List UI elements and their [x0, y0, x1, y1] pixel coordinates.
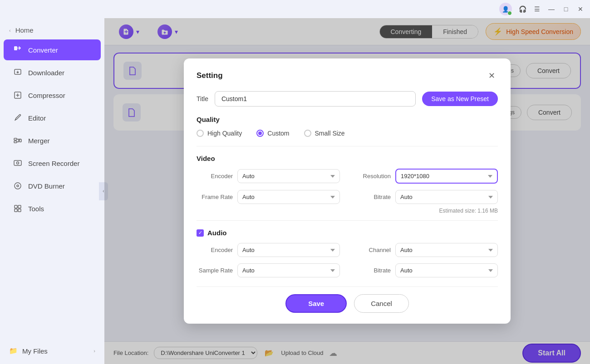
modal-footer: Save Cancel: [197, 286, 498, 313]
bitrate-row: Bitrate Auto128k256k512k1M2M: [354, 190, 498, 204]
editor-icon: [13, 113, 23, 123]
svg-rect-13: [18, 209, 21, 212]
audio-bitrate-label: Bitrate: [354, 267, 391, 274]
audio-encoder-select[interactable]: AutoH.264H.265MPEG-4VP9: [237, 243, 340, 257]
sidebar-item-merger[interactable]: Merger: [4, 130, 101, 151]
title-field-label: Title: [197, 95, 208, 102]
audio-bitrate-row: Bitrate Auto128k256k512k1M2M: [354, 263, 498, 277]
sidebar-item-label-compressor: Compressor: [28, 92, 65, 99]
radio-high-quality-circle: [197, 130, 204, 137]
sidebar-item-label-downloader: Downloader: [28, 69, 64, 77]
sidebar-item-label-merger: Merger: [28, 137, 50, 145]
frame-rate-select[interactable]: Auto23.976242529.973060: [237, 190, 340, 204]
quality-small-label: Small Size: [315, 130, 345, 137]
encoder-row: Encoder AutoH.264H.265MPEG-4VP9: [197, 169, 340, 184]
myfiles-folder-icon: 📁: [9, 347, 18, 355]
sample-rate-select[interactable]: Auto441004800096000: [237, 263, 340, 277]
tools-icon: [13, 204, 23, 214]
svg-point-8: [15, 183, 21, 189]
dvd-burner-icon: [13, 181, 23, 191]
resolution-label: Resolution: [354, 173, 391, 180]
audio-encoder-label: Encoder: [197, 247, 233, 253]
titlebar-icons: 👤 🎧 ☰ — □ ✕: [499, 3, 585, 15]
title-row: Title Save as New Preset: [197, 91, 498, 107]
sidebar-item-compressor[interactable]: Compressor: [4, 85, 101, 106]
svg-rect-12: [15, 209, 17, 212]
audio-bitrate-select[interactable]: Auto128k256k512k1M2M: [395, 263, 498, 277]
user-avatar-icon[interactable]: 👤: [499, 3, 512, 15]
modal-cancel-button[interactable]: Cancel: [354, 294, 409, 313]
video-section-title: Video: [197, 155, 498, 162]
radio-custom-circle: [256, 130, 264, 137]
app-body: ‹ Home Converter Downloader: [0, 18, 590, 364]
frame-rate-label: Frame Rate: [197, 194, 233, 200]
encoder-label: Encoder: [197, 173, 233, 180]
save-preset-button[interactable]: Save as New Preset: [422, 92, 498, 106]
audio-encoder-row: Encoder AutoH.264H.265MPEG-4VP9: [197, 243, 340, 257]
quality-small-size[interactable]: Small Size: [304, 130, 345, 137]
chevron-right-icon: ›: [93, 348, 95, 354]
titlebar: 👤 🎧 ☰ — □ ✕: [0, 0, 590, 18]
menu-icon[interactable]: ☰: [533, 5, 541, 13]
converter-icon: [13, 45, 23, 55]
audio-divider: [197, 220, 498, 221]
channel-row: Channel AutoStereoMono: [354, 243, 498, 257]
close-icon[interactable]: ✕: [576, 5, 585, 13]
chevron-left-icon: ‹: [9, 28, 11, 33]
video-settings-grid: Encoder AutoH.264H.265MPEG-4VP9 Resoluti…: [197, 169, 498, 204]
maximize-icon[interactable]: □: [562, 5, 570, 13]
sidebar-item-downloader[interactable]: Downloader: [4, 62, 101, 83]
sidebar-home[interactable]: ‹ Home: [0, 22, 104, 39]
resolution-select[interactable]: Auto1920*10801280*720854*480640*360: [395, 169, 498, 184]
main-content: ▾ ▾ Converting Finished ⚡ High Speed Con…: [104, 18, 590, 364]
sample-rate-label: Sample Rate: [197, 267, 233, 274]
sidebar: ‹ Home Converter Downloader: [0, 18, 104, 364]
svg-rect-3: [14, 138, 17, 140]
svg-rect-4: [14, 141, 17, 143]
sample-rate-row: Sample Rate Auto441004800096000: [197, 263, 340, 277]
audio-section-header: ✓ Audio: [197, 229, 498, 237]
frame-rate-row: Frame Rate Auto23.976242529.973060: [197, 190, 340, 204]
svg-rect-6: [14, 160, 21, 165]
channel-select[interactable]: AutoStereoMono: [395, 243, 498, 257]
svg-rect-10: [15, 205, 17, 208]
encoder-select[interactable]: AutoH.264H.265MPEG-4VP9: [237, 169, 340, 183]
minimize-icon[interactable]: —: [547, 5, 556, 13]
audio-checkbox[interactable]: ✓: [197, 229, 204, 237]
merger-icon: [13, 136, 23, 146]
bitrate-label: Bitrate: [354, 194, 391, 200]
title-input[interactable]: [215, 91, 416, 107]
sidebar-item-tools[interactable]: Tools: [4, 198, 101, 219]
quality-section-title: Quality: [197, 116, 498, 123]
sidebar-myfiles-label: My Files: [22, 347, 48, 355]
quality-custom[interactable]: Custom: [256, 130, 289, 137]
audio-section-title: Audio: [207, 229, 227, 237]
sidebar-item-converter[interactable]: Converter: [4, 39, 101, 60]
sidebar-item-label-dvd-burner: DVD Burner: [28, 182, 65, 190]
estimated-size: Estimated size: 1.16 MB: [197, 208, 498, 214]
sidebar-item-dvd-burner[interactable]: DVD Burner: [4, 175, 101, 196]
svg-point-9: [17, 185, 19, 187]
sidebar-item-editor[interactable]: Editor: [4, 107, 101, 128]
quality-high-quality[interactable]: High Quality: [197, 130, 242, 137]
modal-close-button[interactable]: ✕: [485, 69, 498, 82]
channel-label: Channel: [354, 247, 391, 253]
svg-rect-0: [14, 46, 17, 50]
modal-title: Setting: [197, 71, 223, 80]
resolution-row: Resolution Auto1920*10801280*720854*4806…: [354, 169, 498, 184]
divider: [197, 146, 498, 146]
modal-save-button[interactable]: Save: [285, 294, 347, 313]
modal-overlay: Setting ✕ Title Save as New Preset Quali…: [104, 18, 590, 364]
sidebar-item-label-tools: Tools: [28, 205, 44, 213]
sidebar-myfiles[interactable]: 📁 My Files ›: [0, 341, 104, 360]
svg-point-7: [17, 162, 19, 164]
downloader-icon: [13, 68, 23, 78]
sidebar-item-label-screen-recorder: Screen Recorder: [28, 160, 79, 167]
settings-modal: Setting ✕ Title Save as New Preset Quali…: [184, 58, 511, 324]
bitrate-select[interactable]: Auto128k256k512k1M2M: [395, 190, 498, 204]
quality-high-label: High Quality: [207, 130, 242, 137]
sidebar-item-label-converter: Converter: [28, 46, 58, 54]
audio-settings-grid: Encoder AutoH.264H.265MPEG-4VP9 Channel …: [197, 243, 498, 277]
headset-icon[interactable]: 🎧: [518, 5, 526, 13]
sidebar-item-screen-recorder[interactable]: Screen Recorder: [4, 153, 101, 174]
